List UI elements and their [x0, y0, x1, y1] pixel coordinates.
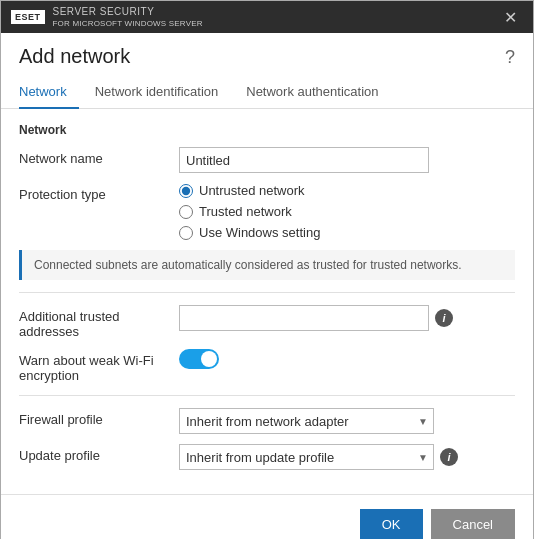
- dialog-header: Add network ?: [1, 33, 533, 68]
- radio-untrusted-input[interactable]: [179, 184, 193, 198]
- protection-type-group: Untrusted network Trusted network Use Wi…: [179, 183, 320, 240]
- protection-type-label: Protection type: [19, 183, 179, 202]
- radio-windows[interactable]: Use Windows setting: [179, 225, 320, 240]
- firewall-profile-label: Firewall profile: [19, 408, 179, 427]
- firewall-profile-row: Firewall profile Inherit from network ad…: [19, 408, 515, 434]
- additional-trusted-label: Additional trusted addresses: [19, 305, 179, 339]
- tabs: Network Network identification Network a…: [1, 76, 533, 109]
- additional-trusted-row: Additional trusted addresses i: [19, 305, 515, 339]
- toggle-slider: [179, 349, 219, 369]
- radio-untrusted[interactable]: Untrusted network: [179, 183, 320, 198]
- network-name-row: Network name: [19, 147, 515, 173]
- firewall-profile-select[interactable]: Inherit from network adapter: [179, 408, 434, 434]
- close-button[interactable]: ✕: [498, 6, 523, 29]
- separator-1: [19, 292, 515, 293]
- firewall-profile-select-wrapper: Inherit from network adapter ▼: [179, 408, 434, 434]
- network-name-control: [179, 147, 429, 173]
- update-profile-select-wrapper: Inherit from update profile ▼: [179, 444, 434, 470]
- warn-wifi-label: Warn about weak Wi-Fi encryption: [19, 349, 179, 383]
- radio-untrusted-label: Untrusted network: [199, 183, 305, 198]
- update-profile-control: Inherit from update profile ▼ i: [179, 444, 458, 470]
- titlebar: ESET SERVER SECURITY FOR MICROSOFT WINDO…: [1, 1, 533, 33]
- radio-trusted-label: Trusted network: [199, 204, 292, 219]
- content: Network Network name Protection type Unt…: [1, 109, 533, 494]
- additional-trusted-input[interactable]: [179, 305, 429, 331]
- additional-trusted-info-icon[interactable]: i: [435, 309, 453, 327]
- tab-network-authentication[interactable]: Network authentication: [246, 76, 390, 109]
- additional-trusted-control: i: [179, 305, 453, 331]
- radio-trusted-input[interactable]: [179, 205, 193, 219]
- cancel-button[interactable]: Cancel: [431, 509, 515, 539]
- protection-type-row: Protection type Untrusted network Truste…: [19, 183, 515, 240]
- window: ESET SERVER SECURITY FOR MICROSOFT WINDO…: [0, 0, 534, 539]
- update-profile-label: Update profile: [19, 444, 179, 463]
- network-name-label: Network name: [19, 147, 179, 166]
- section-label: Network: [19, 123, 515, 137]
- warn-wifi-toggle[interactable]: [179, 349, 219, 369]
- footer: OK Cancel: [1, 494, 533, 539]
- titlebar-appname: SERVER SECURITY FOR MICROSOFT WINDOWS SE…: [53, 6, 203, 28]
- radio-trusted[interactable]: Trusted network: [179, 204, 320, 219]
- warn-wifi-row: Warn about weak Wi-Fi encryption: [19, 349, 515, 383]
- radio-windows-label: Use Windows setting: [199, 225, 320, 240]
- tab-network-identification[interactable]: Network identification: [95, 76, 231, 109]
- help-button[interactable]: ?: [505, 47, 515, 68]
- network-name-input[interactable]: [179, 147, 429, 173]
- update-profile-row: Update profile Inherit from update profi…: [19, 444, 515, 470]
- radio-windows-input[interactable]: [179, 226, 193, 240]
- ok-button[interactable]: OK: [360, 509, 423, 539]
- update-profile-info-icon[interactable]: i: [440, 448, 458, 466]
- update-profile-select[interactable]: Inherit from update profile: [179, 444, 434, 470]
- titlebar-left: ESET SERVER SECURITY FOR MICROSOFT WINDO…: [11, 6, 203, 28]
- tab-network[interactable]: Network: [19, 76, 79, 109]
- dialog-title: Add network: [19, 45, 130, 68]
- separator-2: [19, 395, 515, 396]
- info-message: Connected subnets are automatically cons…: [19, 250, 515, 280]
- eset-logo: ESET: [11, 10, 45, 24]
